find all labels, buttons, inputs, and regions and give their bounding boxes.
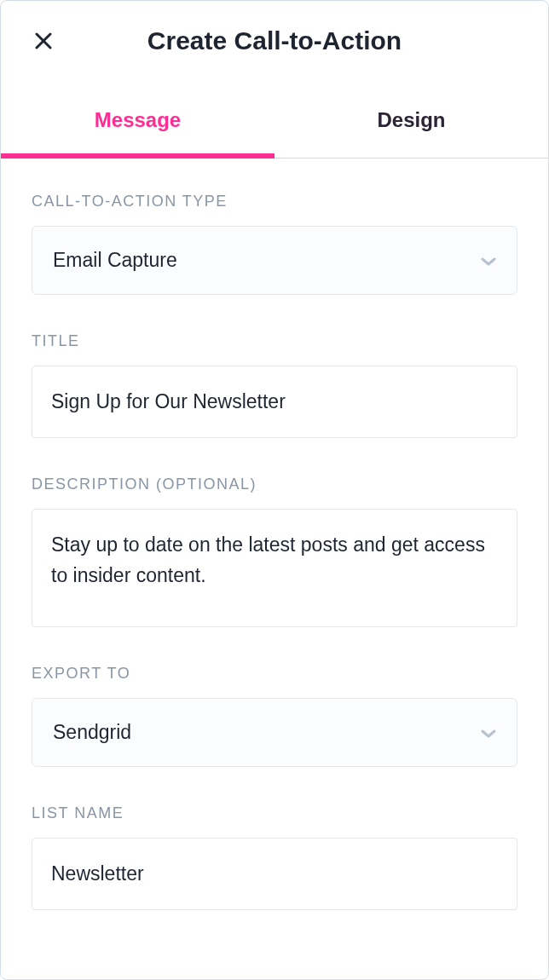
- cta-type-select[interactable]: Email Capture: [32, 226, 517, 295]
- cta-panel: Create Call-to-Action Message Design CAL…: [0, 0, 549, 980]
- export-to-label: EXPORT TO: [32, 665, 517, 683]
- chevron-down-icon: [481, 721, 496, 744]
- cta-type-label: CALL-TO-ACTION TYPE: [32, 193, 517, 210]
- title-input[interactable]: [32, 366, 517, 438]
- description-label: DESCRIPTION (OPTIONAL): [32, 476, 517, 493]
- tab-design[interactable]: Design: [274, 79, 548, 158]
- form: CALL-TO-ACTION TYPE Email Capture TITLE …: [1, 159, 548, 941]
- chevron-down-icon: [481, 249, 496, 272]
- panel-header: Create Call-to-Action: [1, 1, 548, 79]
- tab-message[interactable]: Message: [1, 79, 274, 158]
- list-name-label: LIST NAME: [32, 804, 517, 822]
- cta-type-value: Email Capture: [53, 249, 177, 272]
- description-textarea[interactable]: Stay up to date on the latest posts and …: [32, 509, 517, 627]
- tab-message-label: Message: [95, 108, 181, 131]
- export-to-select[interactable]: Sendgrid: [32, 698, 517, 767]
- list-name-input[interactable]: [32, 838, 517, 910]
- page-title: Create Call-to-Action: [32, 26, 517, 55]
- tab-design-label: Design: [377, 108, 445, 131]
- export-to-value: Sendgrid: [53, 721, 131, 744]
- tabs: Message Design: [1, 79, 548, 159]
- title-label: TITLE: [32, 332, 517, 350]
